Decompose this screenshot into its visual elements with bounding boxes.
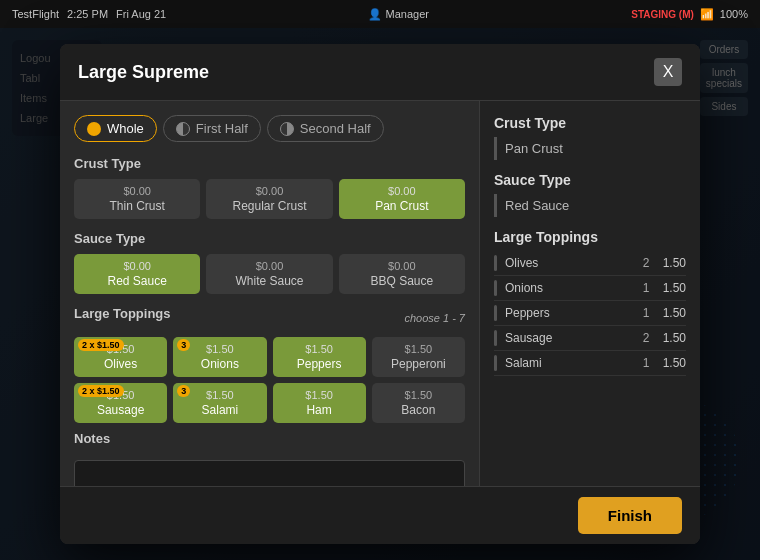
right-crust-value: Pan Crust bbox=[494, 137, 686, 160]
item-name: Olives bbox=[505, 256, 643, 270]
first-half-indicator bbox=[176, 122, 190, 136]
tab-whole[interactable]: Whole bbox=[74, 115, 157, 142]
notes-input[interactable] bbox=[74, 460, 465, 486]
item-qty: 1 bbox=[643, 306, 663, 320]
status-bar-left: TestFlight 2:25 PM Fri Aug 21 bbox=[12, 8, 166, 20]
item-bar bbox=[494, 280, 497, 296]
second-half-indicator bbox=[280, 122, 294, 136]
crust-thin-button[interactable]: $0.00 Thin Crust bbox=[74, 179, 200, 219]
topping-sausage-button[interactable]: 2 x $1.50 $1.50 Sausage bbox=[74, 383, 167, 423]
right-toppings-title: Large Toppings bbox=[494, 229, 686, 245]
right-topping-item: Sausage 2 1.50 bbox=[494, 326, 686, 351]
modal-title: Large Supreme bbox=[78, 62, 209, 83]
signal-icon: 📶 bbox=[700, 8, 714, 21]
status-bar: TestFlight 2:25 PM Fri Aug 21 👤 Manager … bbox=[0, 0, 760, 28]
item-qty: 1 bbox=[643, 356, 663, 370]
modal-footer: Finish bbox=[60, 486, 700, 544]
topping-salami-button[interactable]: 3 $1.50 Salami bbox=[173, 383, 266, 423]
sauce-section-title: Sauce Type bbox=[74, 231, 465, 246]
item-name: Sausage bbox=[505, 331, 643, 345]
right-crust-title: Crust Type bbox=[494, 115, 686, 131]
toppings-grid: 2 x $1.50 $1.50 Olives 3 $1.50 Onions $1… bbox=[74, 337, 465, 423]
topping-bacon-button[interactable]: $1.50 Bacon bbox=[372, 383, 465, 423]
left-panel: Whole First Half Second Half Crust Type bbox=[60, 101, 480, 486]
whole-indicator bbox=[87, 122, 101, 136]
item-bar bbox=[494, 355, 497, 371]
status-bar-right: STAGING (M) 📶 100% bbox=[631, 8, 748, 21]
pizza-tabs: Whole First Half Second Half bbox=[74, 115, 465, 142]
sauce-bbq-button[interactable]: $0.00 BBQ Sauce bbox=[339, 254, 465, 294]
right-sauce-title: Sauce Type bbox=[494, 172, 686, 188]
modal-body: Whole First Half Second Half Crust Type bbox=[60, 101, 700, 486]
toppings-section-title: Large Toppings bbox=[74, 306, 171, 321]
topping-olives-button[interactable]: 2 x $1.50 $1.50 Olives bbox=[74, 337, 167, 377]
tab-first-half[interactable]: First Half bbox=[163, 115, 261, 142]
item-name: Salami bbox=[505, 356, 643, 370]
notes-title: Notes bbox=[74, 431, 465, 446]
manager-label: 👤 Manager bbox=[368, 8, 428, 21]
crust-regular-button[interactable]: $0.00 Regular Crust bbox=[206, 179, 332, 219]
item-name: Peppers bbox=[505, 306, 643, 320]
item-bar bbox=[494, 305, 497, 321]
battery-label: 100% bbox=[720, 8, 748, 20]
item-qty: 1 bbox=[643, 281, 663, 295]
tab-second-half[interactable]: Second Half bbox=[267, 115, 384, 142]
crust-section-title: Crust Type bbox=[74, 156, 465, 171]
finish-button[interactable]: Finish bbox=[578, 497, 682, 534]
right-topping-item: Onions 1 1.50 bbox=[494, 276, 686, 301]
topping-ham-button[interactable]: $1.50 Ham bbox=[273, 383, 366, 423]
modal-overlay: Large Supreme X Whole First Half bbox=[0, 28, 760, 560]
item-price: 1.50 bbox=[663, 281, 686, 295]
item-bar bbox=[494, 330, 497, 346]
carrier-label: TestFlight bbox=[12, 8, 59, 20]
right-topping-item: Peppers 1 1.50 bbox=[494, 301, 686, 326]
sauce-red-button[interactable]: $0.00 Red Sauce bbox=[74, 254, 200, 294]
date-label: Fri Aug 21 bbox=[116, 8, 166, 20]
sauce-white-button[interactable]: $0.00 White Sauce bbox=[206, 254, 332, 294]
modal-header: Large Supreme X bbox=[60, 44, 700, 101]
item-price: 1.50 bbox=[663, 306, 686, 320]
right-topping-item: Olives 2 1.50 bbox=[494, 251, 686, 276]
toppings-header: Large Toppings choose 1 - 7 bbox=[74, 306, 465, 329]
item-bar bbox=[494, 255, 497, 271]
crust-pan-button[interactable]: $0.00 Pan Crust bbox=[339, 179, 465, 219]
item-price: 1.50 bbox=[663, 256, 686, 270]
staging-badge: STAGING (M) bbox=[631, 9, 694, 20]
choose-label: choose 1 - 7 bbox=[404, 312, 465, 324]
olives-qty-badge: 2 x $1.50 bbox=[78, 339, 124, 351]
item-qty: 2 bbox=[643, 256, 663, 270]
item-price: 1.50 bbox=[663, 356, 686, 370]
item-name: Onions bbox=[505, 281, 643, 295]
topping-onions-button[interactable]: 3 $1.50 Onions bbox=[173, 337, 266, 377]
modal-close-button[interactable]: X bbox=[654, 58, 682, 86]
time-label: 2:25 PM bbox=[67, 8, 108, 20]
right-toppings-list: Olives 2 1.50 Onions 1 1.50 Peppers 1 1.… bbox=[494, 251, 686, 376]
crust-options: $0.00 Thin Crust $0.00 Regular Crust $0.… bbox=[74, 179, 465, 219]
right-panel: Crust Type Pan Crust Sauce Type Red Sauc… bbox=[480, 101, 700, 486]
item-qty: 2 bbox=[643, 331, 663, 345]
sausage-qty-badge: 2 x $1.50 bbox=[78, 385, 124, 397]
large-supreme-modal: Large Supreme X Whole First Half bbox=[60, 44, 700, 544]
item-price: 1.50 bbox=[663, 331, 686, 345]
topping-pepperoni-button[interactable]: $1.50 Pepperoni bbox=[372, 337, 465, 377]
notes-section: Notes bbox=[74, 431, 465, 486]
right-topping-item: Salami 1 1.50 bbox=[494, 351, 686, 376]
right-sauce-value: Red Sauce bbox=[494, 194, 686, 217]
sauce-options: $0.00 Red Sauce $0.00 White Sauce $0.00 … bbox=[74, 254, 465, 294]
topping-peppers-button[interactable]: $1.50 Peppers bbox=[273, 337, 366, 377]
